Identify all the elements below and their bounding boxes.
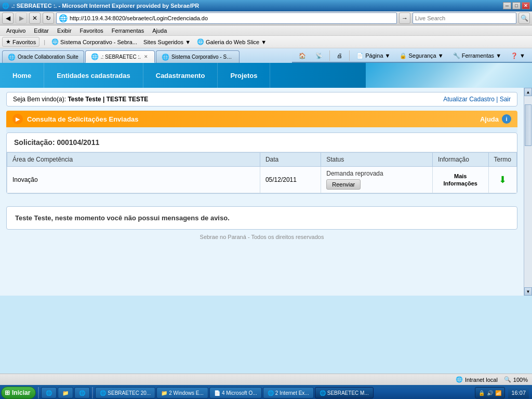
- footer-text: Sebrae no Paraná - Todos os direitos res…: [200, 234, 324, 240]
- info-icon[interactable]: i: [502, 114, 511, 124]
- window-icon-3: 🌐: [268, 390, 274, 396]
- taskbar-window-4[interactable]: 🌐 SEBRAETEC M...: [315, 387, 374, 398]
- windows-icon: ⊞: [5, 389, 10, 396]
- home-button[interactable]: 🏠: [295, 51, 310, 61]
- start-label: Iniciar: [12, 389, 30, 396]
- taskbar-window-0[interactable]: 🌐 SEBRAETEC 20...: [95, 387, 155, 398]
- section-header: ▶ Consulta de Solicitações Enviadas Ajud…: [6, 111, 517, 127]
- table-card: Solicitação: 000104/2011 Área de Competê…: [6, 132, 517, 194]
- search-button[interactable]: 🔍: [518, 12, 530, 24]
- fav-link-1[interactable]: 🌐 Sistema Corporativo - Sebra...: [49, 37, 139, 46]
- tab-icon-sebraetec: 🌐: [91, 53, 99, 60]
- update-registration-link[interactable]: Atualizar Cadastro: [443, 96, 495, 103]
- menu-editar[interactable]: Editar: [30, 26, 53, 35]
- taskbar-window-1[interactable]: 📁 2 Windows E...: [156, 387, 208, 398]
- title-bar-text: .: SEBRAETEC :. - Microsoft Internet Exp…: [11, 3, 199, 9]
- play-icon: ▶: [12, 114, 23, 124]
- stop-button[interactable]: ✕: [29, 12, 41, 24]
- start-button[interactable]: ⊞ Iniciar: [1, 387, 36, 399]
- fav-link-2[interactable]: Sites Sugeridos ▼: [141, 38, 193, 46]
- zoom-label: 100%: [513, 377, 528, 383]
- banner-image: [366, 63, 532, 88]
- download-icon[interactable]: ⬇: [499, 175, 507, 185]
- welcome-links: Atualizar Cadastro | Sair: [443, 96, 511, 103]
- page-button[interactable]: 📄 Página ▼: [353, 51, 394, 61]
- tab-icon-oracle: 🌐: [8, 54, 16, 61]
- status-text: Demanda reprovada: [326, 170, 427, 177]
- scroll-up-arrow[interactable]: ▲: [524, 88, 532, 96]
- title-bar: 🌐 .: SEBRAETEC :. - Microsoft Internet E…: [0, 0, 532, 11]
- status-bar: 🌐 Intranet local 🔍 100%: [0, 374, 532, 385]
- toolbar-separator-2: [349, 50, 350, 61]
- mais-informacoes-link[interactable]: Mais Informações: [444, 173, 477, 187]
- scrollbar-vertical[interactable]: ▲ ▼: [524, 88, 532, 296]
- taskbar-window-2[interactable]: 📄 4 Microsoft O...: [209, 387, 262, 398]
- welcome-text: Seja Bem vindo(a): Teste Teste | TESTE T…: [13, 96, 148, 103]
- nav-entidades[interactable]: Entidades cadastradas: [44, 63, 143, 88]
- fav-label-2: Sites Sugeridos ▼: [143, 39, 191, 45]
- refresh-button[interactable]: ↻: [43, 12, 54, 24]
- tab-label-oracle: Oracle Collaboration Suite: [18, 54, 78, 60]
- reenviar-button[interactable]: Reenviar: [326, 179, 361, 190]
- zone-icon: 🌐: [456, 376, 463, 383]
- scrollbar-thumb[interactable]: [525, 104, 531, 146]
- cell-status: Demanda reprovada Reenviar: [321, 167, 433, 193]
- window-label-0: SEBRAETEC 20...: [108, 390, 151, 396]
- zoom-icon: 🔍: [504, 376, 511, 383]
- address-input[interactable]: [70, 15, 394, 21]
- tray-icon-1: 🔒: [478, 390, 485, 396]
- search-input[interactable]: [415, 15, 514, 21]
- rss-button[interactable]: 📡: [312, 51, 326, 61]
- go-button[interactable]: →: [399, 12, 410, 24]
- tab-sistema[interactable]: 🌐 Sistema Corporativo - Sebra...: [156, 50, 240, 63]
- help-button[interactable]: ❓ ▼: [507, 51, 529, 61]
- quick-launch-ie[interactable]: 🌐: [41, 387, 57, 398]
- browser-toolbar: ◀ ▶ ✕ ↻ 🌐 → 🔍: [0, 11, 532, 25]
- tools-button[interactable]: 🔧 Ferramentas ▼: [449, 51, 505, 61]
- greeting-label: Seja Bem vindo(a):: [13, 96, 68, 103]
- col-status: Status: [321, 153, 433, 167]
- zone-label: Intranet local: [465, 377, 498, 383]
- favorites-bar: ★ Favoritos | 🌐 Sistema Corporativo - Se…: [0, 36, 532, 48]
- zoom-level: 🔍 100%: [504, 376, 528, 383]
- nav-cadastramento[interactable]: Cadastramento: [143, 63, 218, 88]
- menu-arquivo[interactable]: Arquivo: [2, 26, 30, 35]
- window-icon-2: 📄: [214, 390, 220, 396]
- col-termo: Termo: [488, 153, 516, 167]
- taskbar-window-3[interactable]: 🌐 2 Internet Ex...: [263, 387, 314, 398]
- menu-ferramentas[interactable]: Ferramentas: [108, 26, 148, 35]
- address-bar: 🌐: [56, 12, 397, 24]
- fav-icon-3: 🌐: [197, 38, 204, 45]
- notice-box: Teste Teste, neste momento você não poss…: [6, 206, 517, 230]
- scroll-down-arrow[interactable]: ▼: [524, 287, 532, 296]
- tab-sebraetec[interactable]: 🌐 .: SEBRAETEC :. ✕: [85, 50, 155, 63]
- quick-launch-ie2[interactable]: 🌐: [74, 387, 90, 398]
- menu-ajuda[interactable]: Ajuda: [148, 26, 171, 35]
- menu-favoritos[interactable]: Favoritos: [76, 26, 108, 35]
- favorites-button[interactable]: ★ Favoritos: [2, 37, 39, 47]
- ajuda-label: Ajuda: [480, 115, 499, 123]
- window-label-2: 4 Microsoft O...: [222, 390, 257, 396]
- safety-button[interactable]: 🔒 Segurança ▼: [396, 51, 447, 61]
- back-button[interactable]: ◀: [2, 12, 14, 24]
- system-tray: 🔒 🔊 📶: [475, 387, 505, 398]
- logout-link[interactable]: Sair: [500, 96, 511, 103]
- print-button[interactable]: 🖨: [333, 51, 346, 60]
- quick-launch-folder[interactable]: 📁: [58, 387, 73, 398]
- table-card-title: Solicitação: 000104/2011: [7, 133, 517, 152]
- close-button[interactable]: ✕: [522, 2, 530, 9]
- fav-link-3[interactable]: 🌐 Galeria do Web Slice ▼: [195, 37, 269, 46]
- fav-label-1: Sistema Corporativo - Sebra...: [60, 39, 137, 45]
- nav-projetos[interactable]: Projetos: [218, 63, 270, 88]
- window-icon-0: 🌐: [100, 390, 106, 396]
- forward-button[interactable]: ▶: [16, 12, 27, 24]
- star-icon: ★: [6, 38, 11, 45]
- menu-exibir[interactable]: Exibir: [53, 26, 76, 35]
- cell-termo: ⬇: [488, 167, 516, 193]
- minimize-button[interactable]: ─: [503, 2, 511, 9]
- nav-home[interactable]: Home: [0, 63, 44, 88]
- tab-label-sistema: Sistema Corporativo - Sebra...: [171, 54, 234, 60]
- restore-button[interactable]: □: [512, 2, 521, 9]
- tab-close-sebraetec[interactable]: ✕: [143, 54, 149, 59]
- tab-oracle[interactable]: 🌐 Oracle Collaboration Suite: [2, 50, 84, 63]
